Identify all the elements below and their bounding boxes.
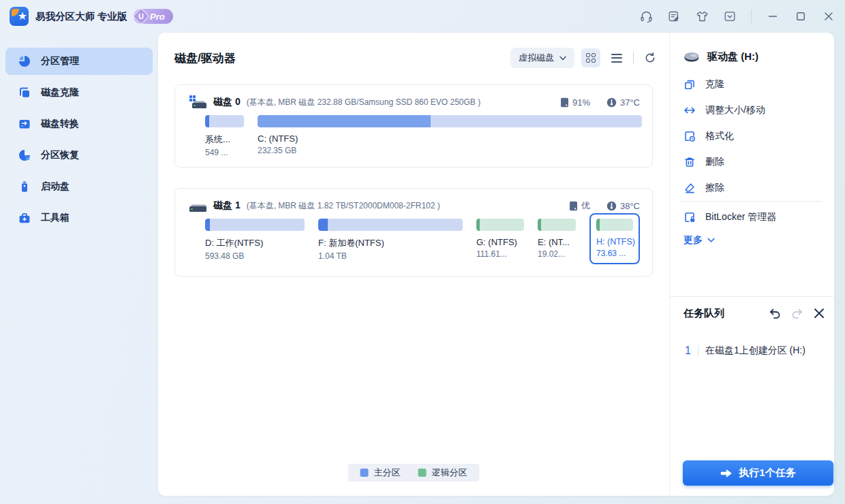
virtual-disk-dropdown[interactable]: 虚拟磁盘 bbox=[510, 48, 574, 68]
trash-icon bbox=[683, 156, 696, 168]
partition-f[interactable]: F: 新加卷(NTFS) 1.04 TB bbox=[318, 219, 463, 261]
thermometer-icon bbox=[606, 97, 617, 108]
legend-logical: 逻辑分区 bbox=[418, 467, 467, 479]
partition-d[interactable]: D: 工作(NTFS) 593.48 GB bbox=[205, 219, 305, 261]
task-queue-title: 任务队列 bbox=[683, 307, 724, 320]
list-icon bbox=[611, 54, 622, 63]
partition-recovery-icon bbox=[18, 148, 31, 162]
task-label: 在磁盘1上创建分区 (H:) bbox=[705, 345, 805, 357]
legend-primary: 主分区 bbox=[360, 467, 401, 479]
thermometer-icon bbox=[606, 201, 617, 211]
sidebar-item-partition-recovery[interactable]: 分区恢复 bbox=[5, 142, 153, 169]
partition-g[interactable]: G: (NTFS) 111.61... bbox=[476, 219, 524, 259]
disk-name: 磁盘 0 bbox=[213, 96, 241, 108]
arrow-right-icon bbox=[720, 469, 732, 478]
selected-drive-header: 驱动盘 (H:) bbox=[683, 50, 758, 63]
health-icon bbox=[560, 97, 569, 108]
title-bar: ★ 易我分区大师 专业版 U Pro bbox=[0, 0, 845, 33]
task-queue-divider bbox=[670, 296, 833, 297]
disk-info: (基本盘, MBR 磁盘 1.82 TB/ST2000DM008-2FR102 … bbox=[247, 200, 440, 212]
list-view-button[interactable] bbox=[607, 48, 626, 67]
resize-arrows-icon bbox=[683, 104, 696, 116]
usb-drive-icon bbox=[18, 180, 31, 193]
minimize-button[interactable] bbox=[766, 10, 780, 23]
chevron-down-icon bbox=[559, 56, 566, 61]
support-headset-icon[interactable] bbox=[639, 10, 653, 23]
redo-button[interactable] bbox=[790, 306, 804, 320]
action-format[interactable]: 格式化 bbox=[670, 123, 833, 149]
partition-h-selected[interactable]: H: (NTFS) 73.63 ... bbox=[589, 213, 640, 264]
feedback-note-icon[interactable] bbox=[667, 10, 681, 23]
partition-legend: 主分区 逻辑分区 bbox=[348, 464, 480, 482]
main-panel: 磁盘/驱动器 虚拟磁盘 bbox=[158, 33, 834, 496]
pie-chart-icon bbox=[18, 54, 31, 68]
virtual-disk-dropdown-value: 虚拟磁盘 bbox=[519, 52, 554, 64]
app-title: 易我分区大师 专业版 bbox=[35, 0, 127, 33]
task-queue-item[interactable]: 1 在磁盘1上创建分区 (H:) bbox=[685, 345, 805, 357]
pro-badge: U Pro bbox=[134, 9, 173, 24]
maximize-button[interactable] bbox=[794, 10, 808, 23]
hard-disk-icon bbox=[189, 198, 207, 213]
action-delete[interactable]: 删除 bbox=[670, 149, 833, 175]
theme-shirt-icon[interactable] bbox=[695, 10, 709, 23]
app-logo-icon: ★ bbox=[10, 7, 29, 26]
more-actions-link[interactable]: 更多 bbox=[683, 234, 715, 247]
refresh-icon bbox=[644, 52, 656, 64]
sidebar-item-label: 分区管理 bbox=[41, 55, 79, 67]
sidebar-item-disk-convert[interactable]: 磁盘转换 bbox=[5, 110, 153, 138]
sidebar-item-partition-manager[interactable]: 分区管理 bbox=[5, 48, 153, 75]
disk-temperature: 37°C bbox=[606, 97, 640, 108]
window-menu-icon[interactable] bbox=[723, 10, 737, 23]
disk-list-section: 磁盘/驱动器 虚拟磁盘 bbox=[158, 33, 670, 496]
disk-health: 91% bbox=[560, 97, 590, 108]
disk-card-0[interactable]: 磁盘 0 (基本盘, MBR 磁盘 232.88 GB/Samsung SSD … bbox=[174, 84, 653, 168]
chevron-down-icon bbox=[707, 238, 715, 243]
bitlocker-lock-icon bbox=[683, 211, 696, 223]
action-bitlocker[interactable]: BitLocker 管理器 bbox=[670, 204, 833, 230]
partition-e[interactable]: E: (NT... 19.02... bbox=[538, 219, 576, 259]
disk-clone-icon bbox=[18, 86, 31, 99]
disk-info: (基本盘, MBR 磁盘 232.88 GB/Samsung SSD 860 E… bbox=[247, 97, 480, 108]
sidebar-item-bootable-disk[interactable]: 启动盘 bbox=[5, 173, 153, 200]
titlebar-separator bbox=[751, 10, 752, 23]
view-separator bbox=[633, 52, 634, 64]
actions-panel: 驱动盘 (H:) 克隆 调整大小/移动 格式化 删除 擦除 bbox=[670, 33, 833, 496]
grid-view-button[interactable] bbox=[581, 48, 600, 67]
toolbox-icon bbox=[18, 211, 31, 225]
execute-tasks-button[interactable]: 执行1个任务 bbox=[683, 460, 833, 486]
partition-system[interactable]: 系统... 549 ... bbox=[205, 115, 244, 157]
sidebar-item-label: 工具箱 bbox=[41, 212, 70, 224]
system-disk-icon bbox=[189, 95, 207, 110]
undo-button[interactable] bbox=[768, 306, 782, 320]
page-title: 磁盘/驱动器 bbox=[174, 50, 236, 66]
drive-icon bbox=[683, 51, 700, 63]
action-wipe[interactable]: 擦除 bbox=[670, 175, 833, 201]
sidebar-item-label: 磁盘克隆 bbox=[41, 86, 79, 99]
clone-icon bbox=[683, 78, 696, 91]
sidebar-item-label: 磁盘转换 bbox=[41, 118, 79, 130]
sidebar-item-label: 启动盘 bbox=[41, 180, 70, 193]
task-index-divider bbox=[698, 345, 698, 357]
disk-temperature: 38°C bbox=[606, 201, 640, 211]
close-task-queue-button[interactable] bbox=[813, 307, 825, 319]
primary-color-swatch bbox=[360, 469, 369, 477]
close-button[interactable] bbox=[822, 10, 835, 23]
health-icon bbox=[569, 201, 578, 211]
format-icon bbox=[683, 130, 696, 142]
sidebar-item-toolbox[interactable]: 工具箱 bbox=[5, 204, 153, 232]
eraser-icon bbox=[683, 182, 696, 194]
partition-c[interactable]: C: (NTFS) 232.35 GB bbox=[258, 115, 642, 155]
sidebar-item-label: 分区恢复 bbox=[41, 149, 79, 161]
task-index: 1 bbox=[685, 345, 691, 357]
grid-icon bbox=[586, 53, 596, 63]
action-resize-move[interactable]: 调整大小/移动 bbox=[670, 97, 833, 123]
disk-convert-icon bbox=[18, 117, 31, 131]
sidebar: 分区管理 磁盘克隆 磁盘转换 分区恢复 启动盘 工具箱 bbox=[0, 33, 158, 504]
refresh-button[interactable] bbox=[641, 48, 660, 67]
action-clone[interactable]: 克隆 bbox=[670, 72, 833, 97]
disk-card-1[interactable]: 磁盘 1 (基本盘, MBR 磁盘 1.82 TB/ST2000DM008-2F… bbox=[174, 188, 653, 277]
logical-color-swatch bbox=[418, 469, 427, 477]
sidebar-item-disk-clone[interactable]: 磁盘克隆 bbox=[5, 79, 153, 106]
actions-divider bbox=[681, 201, 823, 202]
disk-name: 磁盘 1 bbox=[213, 200, 241, 212]
